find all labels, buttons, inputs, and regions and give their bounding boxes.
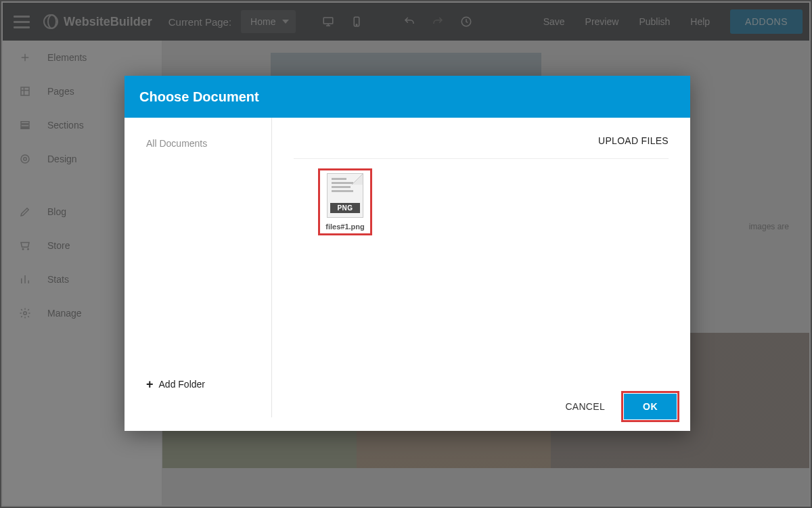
upload-files-button[interactable]: UPLOAD FILES [598, 135, 669, 146]
choose-document-dialog: Choose Document All Documents + Add Fold… [125, 76, 690, 431]
dialog-sidebar: All Documents + Add Folder [125, 118, 272, 417]
dialog-footer: CANCEL OK [125, 382, 690, 431]
document-tile[interactable]: PNG files#1.png [318, 168, 372, 235]
cancel-button[interactable]: CANCEL [558, 393, 612, 420]
file-extension-badge: PNG [330, 203, 360, 213]
ok-button[interactable]: OK [624, 394, 677, 419]
file-name-label: files#1.png [325, 223, 364, 231]
files-grid: PNG files#1.png [294, 159, 669, 245]
dialog-title: Choose Document [125, 76, 690, 118]
file-icon: PNG [327, 173, 363, 218]
folder-all-documents[interactable]: All Documents [125, 130, 271, 157]
